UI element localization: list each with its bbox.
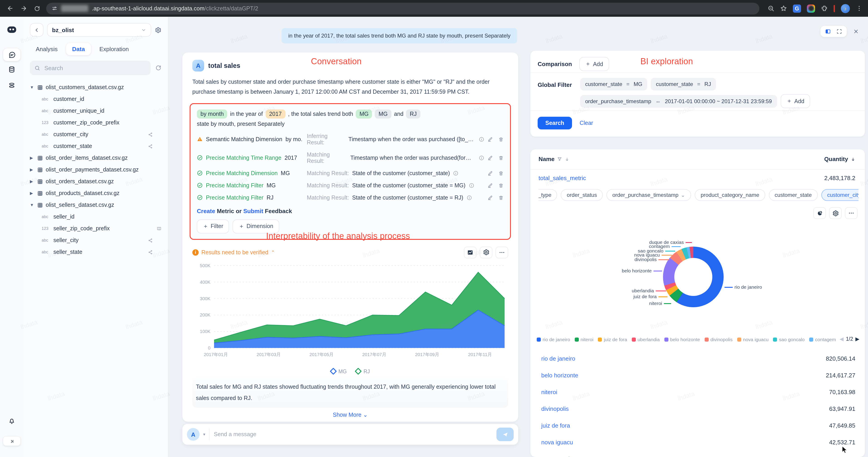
sort-desc-icon[interactable] [851,157,855,161]
create-metric-link[interactable]: Create [197,208,215,214]
metric-link[interactable]: total_sales_metric [538,175,586,181]
tree-field-row[interactable]: abcseller_id [30,211,161,223]
city-name-link[interactable]: divinopolis [541,405,569,412]
query-chip[interactable]: RJ [406,110,421,119]
browser-back-icon[interactable] [5,4,14,13]
caret-icon[interactable]: ▶ [30,191,34,195]
chart-more-button[interactable] [496,247,508,258]
sidebar-back-button[interactable] [30,23,43,37]
close-panel-icon[interactable] [853,29,859,34]
delete-icon[interactable] [498,155,504,161]
sidebar-settings-icon[interactable] [155,27,161,33]
tree-field-row[interactable]: abccustomer_unique_id [30,105,161,117]
show-more-link[interactable]: Show More ⌄ [192,411,508,418]
donut-legend-niteroi[interactable]: niteroi [575,337,593,342]
more-button[interactable] [845,207,858,219]
tree-table-row[interactable]: ▶olist_order_payments_dataset.csv.gz [30,164,161,176]
nav-chat[interactable] [3,49,20,61]
workspace-select[interactable]: bz_olist [47,23,151,37]
dimension-chip-order_purchase_timestamp[interactable]: order_purchase_timestamp⌄ [607,189,691,201]
page-prev-icon[interactable]: ◀ [840,336,844,342]
city-name-link[interactable]: sao goncalo [541,456,573,457]
legend-item-MG[interactable]: MG [331,369,347,374]
query-chip[interactable]: MG [356,110,372,119]
donut-legend-contagem[interactable]: contagem [809,337,836,342]
browser-forward-icon[interactable] [19,4,28,13]
clear-link[interactable]: Clear [580,120,593,126]
legend-item-RJ[interactable]: RJ [356,369,370,374]
city-name-link[interactable]: juiz de fora [541,422,570,429]
screenshot-extension-icon[interactable] [807,4,815,12]
query-chip[interactable]: MG [375,110,391,119]
donut-legend-sao goncalo[interactable]: sao goncalo [773,337,805,342]
caret-icon[interactable]: ▶ [30,156,34,160]
filter-icon[interactable] [557,157,562,161]
delete-icon[interactable] [498,195,504,201]
search-input[interactable] [30,61,151,75]
dimension-chip-order_status[interactable]: order_status [561,189,603,201]
donut-legend-uberlandia[interactable]: uberlandia [631,337,660,342]
tree-table-row[interactable]: ▼olist_customers_dataset.csv.gz [30,82,161,93]
tree-table-row[interactable]: ▶olist_orders_dataset.csv.gz [30,176,161,187]
chart-type-button[interactable] [464,247,476,258]
message-input[interactable] [213,431,493,438]
browser-menu-icon[interactable] [856,5,863,12]
search-button[interactable]: Search [538,117,572,129]
donut-legend-belo horizonte[interactable]: belo horizonte [664,337,700,342]
edit-icon[interactable] [487,171,493,176]
caret-icon[interactable]: ▶ [30,179,34,184]
page-next-icon[interactable]: ▶ [855,336,859,342]
city-name-link[interactable]: nova iguacu [541,439,573,446]
filter-add-button[interactable]: ＋Add [780,94,810,108]
dimension-chip-customer_city[interactable]: customer_city [821,189,859,201]
refresh-icon[interactable] [155,65,161,71]
add-filter-button[interactable]: ＋Filter [197,219,229,234]
donut-legend-nova iguacu[interactable]: nova iguacu [737,337,769,342]
pinned-extension-icon[interactable] [834,5,835,12]
message-input-bar[interactable]: A ▾ [182,424,518,445]
chart-settings-button[interactable] [480,247,492,258]
tree-field-row[interactable]: 123seller_zip_code_prefix [30,223,161,234]
query-chip[interactable]: by month [197,110,227,119]
tree-table-row[interactable]: ▶olist_order_items_dataset.csv.gz [30,152,161,164]
dimension-chip-payment_type[interactable]: payment_type [538,189,557,201]
filter-chip[interactable]: customer_state=MG [580,78,647,91]
tree-field-row[interactable]: abccustomer_id [30,93,161,105]
tree-field-row[interactable]: abccustomer_city [30,128,161,140]
filter-chip[interactable]: order_purchase_timestamp⇔2017-01-01 00:0… [580,95,777,108]
bookmark-icon[interactable] [780,5,787,12]
edit-icon[interactable] [487,183,493,188]
delete-icon[interactable] [498,171,504,176]
name-column-header[interactable]: Name [538,156,555,162]
chart-config-button[interactable] [829,207,842,219]
tree-table-row[interactable]: ▼olist_sellers_dataset.csv.gz [30,199,161,211]
comparison-add-button[interactable]: ＋Add [579,57,609,71]
donut-legend-divinopolis[interactable]: divinopolis [704,337,733,342]
nav-collections[interactable] [8,82,16,89]
tab-data[interactable]: Data [66,43,91,55]
caret-icon[interactable]: ▶ [30,167,34,172]
dimension-chip-customer_state[interactable]: customer_state [769,189,817,201]
caret-icon[interactable]: ▼ [30,85,34,90]
browser-reload-icon[interactable] [33,4,42,13]
donut-legend-rio de janeiro[interactable]: rio de janeiro [537,337,570,342]
delete-icon[interactable] [498,183,504,188]
address-bar[interactable]: .ap-southeast-1-alicloud.dataai.singdata… [46,2,760,14]
model-select-caret-icon[interactable]: ▾ [203,432,205,437]
city-name-link[interactable]: rio de janeiro [541,355,575,362]
send-button[interactable] [496,428,514,441]
caret-icon[interactable]: ▼ [30,203,34,207]
split-panel-icon[interactable] [825,29,831,34]
tab-analysis[interactable]: Analysis [30,43,64,55]
dimension-chip-product_category_name[interactable]: product_category_name [695,189,765,201]
tree-field-row[interactable]: 123customer_zip_code_prefix [30,117,161,128]
sort-icon[interactable] [565,157,569,161]
collapse-caret-icon[interactable]: ⌃ [271,250,275,255]
city-name-link[interactable]: niteroi [541,389,557,395]
query-chip[interactable]: 2017 [266,110,285,119]
profile-avatar[interactable]: ♪ [841,4,850,13]
edit-icon[interactable] [487,136,493,142]
zoom-icon[interactable] [768,5,774,12]
filter-chip[interactable]: customer_state=RJ [651,78,716,91]
collapse-rail-button[interactable] [3,437,20,446]
